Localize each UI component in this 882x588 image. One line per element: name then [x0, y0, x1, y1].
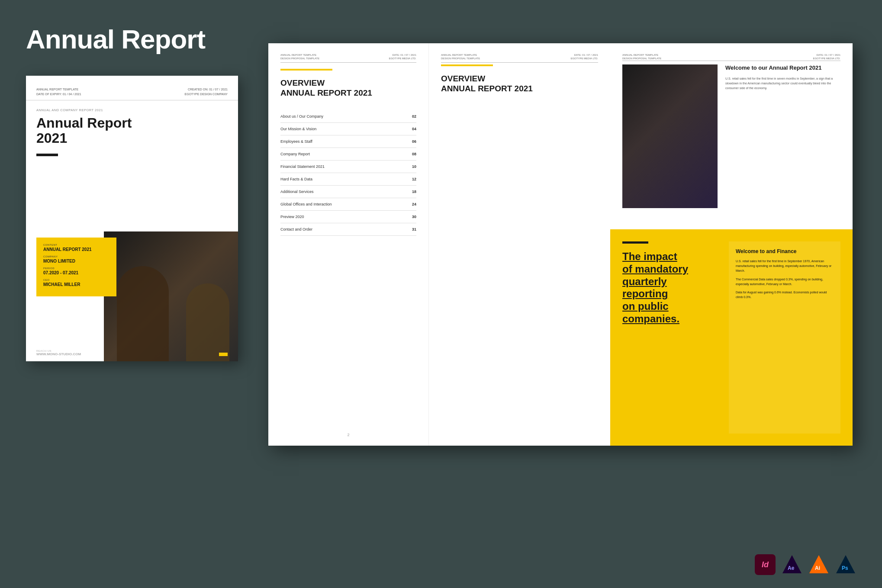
overview-meta-right1: DATE: 01 / 07 / 2021 [574, 54, 598, 56]
cover-meta-left1: ANNUAL REPORT TEMPLATE [36, 88, 78, 91]
right-meta-right1: DATE: 01 / 07 / 2021 [816, 54, 840, 56]
cover-main-title: Annual Report 2021 [26, 112, 238, 146]
cover-meta-right2: EGOTYPE DESIGN COMPANY [185, 93, 228, 96]
content-value: ANNUAL REPORT 2021 [43, 247, 109, 252]
cover-header: ANNUAL REPORT TEMPLATE CREATED ON: 01 / … [26, 76, 238, 100]
toc-page-number: 2 [347, 433, 349, 437]
toc-meta-left1: ANNUAL REPORT TEMPLATE [280, 54, 316, 56]
toc-meta-left2: DESIGN PROPOSAL TEMPLATE [280, 57, 319, 60]
illustrator-icon: Ai [808, 554, 829, 575]
right-top-content: Welcome to our Annual Report 2021 U.S. r… [622, 64, 840, 208]
toc-item: Financial Statement 2021 10 [280, 161, 416, 173]
toc-item: Additional Services 18 [280, 186, 416, 198]
overview-divider [441, 62, 598, 63]
software-icons: Id Ae Ai Ps [755, 554, 856, 575]
right-meta-right2: EGOTYPE MEDIA LTD. [813, 57, 840, 60]
ceo-label: CEO [43, 279, 109, 281]
period-value: 07.2020 - 07.2021 [43, 270, 109, 275]
toc-meta-right1: DATE: 01 / 07 / 2021 [392, 54, 416, 56]
toc-item-employees: Employees & Staff 06 [280, 135, 416, 148]
ceo-value: MICHAEL MILLER [43, 282, 109, 287]
cover-subtitle: ANNUAL AND COMPANY REPORT 2021 [26, 100, 238, 112]
toc-item: Contact and Order 31 [280, 223, 416, 236]
toc-item: Preview 2020 30 [280, 211, 416, 223]
people-silhouette [104, 231, 238, 361]
svg-text:Ae: Ae [788, 565, 795, 571]
finance-text3: Data for August was gaining 0.6% instead… [736, 290, 834, 299]
toc-divider [280, 62, 416, 63]
cover-reach: REACH US WWW.MONO-STUDIO.COM [36, 350, 81, 356]
finance-title: Welcome to and Finance [736, 248, 834, 254]
photoshop-icon: Ps [835, 554, 856, 575]
toc-yellow-bar [280, 69, 332, 71]
cover-meta-right1: CREATED ON: 01 / 07 / 2021 [188, 88, 228, 91]
company-value: MONO LIMITED [43, 259, 109, 263]
overview-meta-left1: ANNUAL REPORT TEMPLATE [441, 54, 477, 56]
overview-meta-bottom: DESIGN PROPOSAL TEMPLATE EGOTYPE MEDIA L… [441, 57, 598, 60]
svg-text:Ps: Ps [842, 565, 848, 571]
finance-text1: U.S. retail sales fell for the first tim… [736, 259, 834, 273]
cover-brochure: ANNUAL REPORT TEMPLATE CREATED ON: 01 / … [26, 76, 238, 361]
overview-title: OVERVIEW ANNUAL REPORT 2021 [441, 74, 598, 94]
welcome-title: Welcome to our Annual Report 2021 [725, 64, 840, 71]
overview-meta-right2: EGOTYPE MEDIA LTD. [570, 57, 598, 60]
company-label: COMPANY [43, 255, 109, 258]
right-meta-left2: DESIGN PROPOSAL TEMPLATE [622, 57, 661, 60]
right-divider [622, 61, 840, 61]
page-title: Annual Report [26, 24, 205, 55]
cover-photo-overlay [104, 231, 238, 361]
right-meta-top: ANNUAL REPORT TEMPLATE DATE: 01 / 07 / 2… [622, 54, 840, 56]
toc-title: OVERVIEW ANNUAL REPORT 2021 [280, 78, 416, 98]
cover-yellow-block: CONTENT ANNUAL REPORT 2021 COMPANY MONO … [36, 238, 116, 296]
right-page: ANNUAL REPORT TEMPLATE DATE: 01 / 07 / 2… [610, 43, 853, 446]
right-meta-bottom: DESIGN PROPOSAL TEMPLATE EGOTYPE MEDIA L… [622, 57, 840, 60]
right-meta-left1: ANNUAL REPORT TEMPLATE [622, 54, 658, 56]
toc-item-company-report: Company Report 08 [280, 148, 416, 161]
right-text-area: Welcome to our Annual Report 2021 U.S. r… [718, 64, 840, 208]
content-label: CONTENT [43, 244, 109, 246]
overview-yellow-bar [441, 64, 493, 66]
finance-text2: The Commercial Data sales dropped 0.3%, … [736, 277, 834, 286]
svg-text:Ai: Ai [815, 565, 820, 571]
cover-photo [104, 231, 238, 361]
right-photo [622, 64, 718, 208]
cover-accent-bar [36, 154, 58, 156]
right-body-text1: U.S. retail sales fell for the first tim… [725, 76, 840, 91]
aftereffects-icon: Ae [782, 554, 802, 575]
cover-yellow-dot [219, 353, 228, 356]
finance-section: Welcome to and Finance U.S. retail sales… [729, 241, 840, 434]
toc-page: ANNUAL REPORT TEMPLATE DATE: 01 / 07 / 2… [268, 43, 428, 446]
toc-item-hard-facts: Hard Facts & Data 12 [280, 173, 416, 186]
toc-meta-top: ANNUAL REPORT TEMPLATE DATE: 01 / 07 / 2… [280, 54, 416, 56]
impact-title: The impact of mandatory quarterly report… [622, 251, 720, 325]
toc-item: Our Mission & Vision 04 [280, 123, 416, 135]
impact-bar [622, 241, 648, 244]
period-label: PERIOD [43, 267, 109, 270]
impact-section: The impact of mandatory quarterly report… [622, 241, 720, 434]
reach-url: WWW.MONO-STUDIO.COM [36, 352, 81, 356]
indesign-icon: Id [755, 554, 776, 575]
toc-meta-bottom: DESIGN PROPOSAL TEMPLATE EGOTYPE MEDIA L… [280, 57, 416, 60]
toc-item: About us / Our Company 02 [280, 110, 416, 123]
open-spread: ANNUAL REPORT TEMPLATE DATE: 01 / 07 / 2… [268, 43, 853, 446]
right-top-white: ANNUAL REPORT TEMPLATE DATE: 01 / 07 / 2… [610, 43, 853, 229]
overview-page: ANNUAL REPORT TEMPLATE DATE: 01 / 07 / 2… [428, 43, 610, 446]
cover-meta-left2: DATE OF EXPIRY: 01 / 04 / 2021 [36, 93, 81, 96]
toc-meta-right2: EGOTYPE MEDIA LTD. [389, 57, 416, 60]
overview-meta-left2: DESIGN PROPOSAL TEMPLATE [441, 57, 480, 60]
toc-item: Global Offices and Interaction 24 [280, 198, 416, 211]
cover-header-top: ANNUAL REPORT TEMPLATE CREATED ON: 01 / … [36, 88, 228, 91]
overview-meta-top: ANNUAL REPORT TEMPLATE DATE: 01 / 07 / 2… [441, 54, 598, 56]
right-bottom-yellow: The impact of mandatory quarterly report… [610, 229, 853, 446]
cover-header-bottom: DATE OF EXPIRY: 01 / 04 / 2021 EGOTYPE D… [36, 93, 228, 96]
